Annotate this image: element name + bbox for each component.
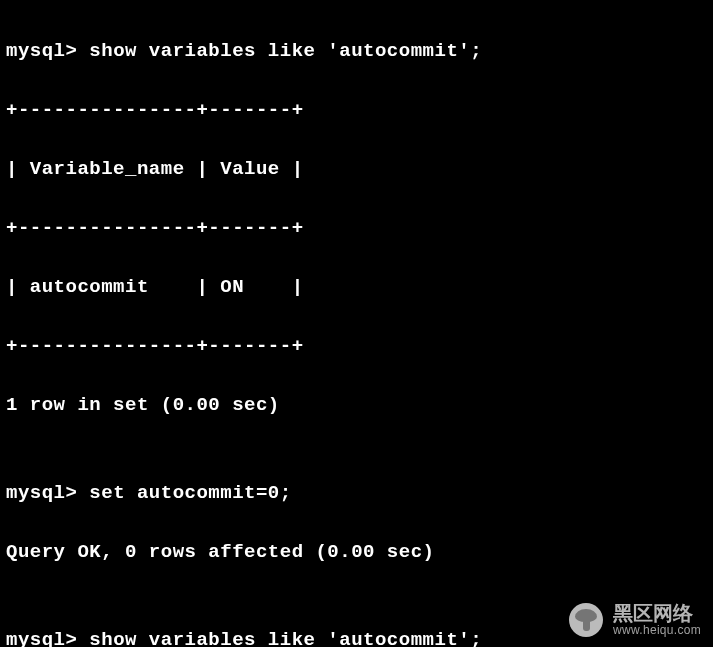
sql-command: set autocommit=0; — [89, 482, 291, 504]
terminal-output: mysql> show variables like 'autocommit';… — [6, 8, 707, 647]
result-status: Query OK, 0 rows affected (0.00 sec) — [6, 538, 707, 567]
watermark-url: www.heiqu.com — [613, 624, 701, 637]
mysql-prompt: mysql> — [6, 40, 77, 62]
table-header: | Variable_name | Value | — [6, 155, 707, 184]
mysql-prompt: mysql> — [6, 482, 77, 504]
table-border: +---------------+-------+ — [6, 96, 707, 125]
watermark: 黑区网络 www.heiqu.com — [569, 603, 701, 637]
command-line: mysql> set autocommit=0; — [6, 479, 707, 508]
watermark-title: 黑区网络 — [613, 603, 701, 624]
mushroom-icon — [569, 603, 603, 637]
table-border: +---------------+-------+ — [6, 332, 707, 361]
sql-command: show variables like 'autocommit'; — [89, 40, 482, 62]
sql-command: show variables like 'autocommit'; — [89, 629, 482, 647]
result-status: 1 row in set (0.00 sec) — [6, 391, 707, 420]
watermark-text: 黑区网络 www.heiqu.com — [613, 603, 701, 637]
mysql-prompt: mysql> — [6, 629, 77, 647]
table-row: | autocommit | ON | — [6, 273, 707, 302]
table-border: +---------------+-------+ — [6, 214, 707, 243]
command-line: mysql> show variables like 'autocommit'; — [6, 37, 707, 66]
